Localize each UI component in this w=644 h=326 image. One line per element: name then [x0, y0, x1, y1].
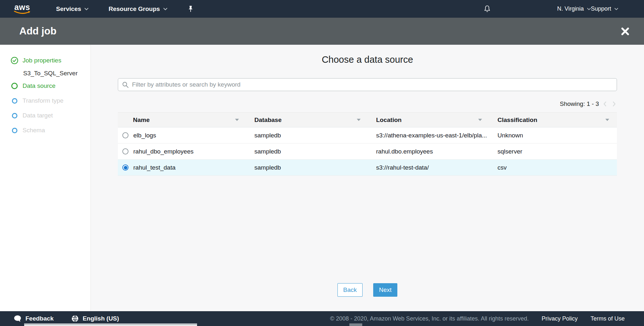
showing-count: Showing: 1 - 3 [560, 100, 599, 107]
upcoming-step-circle-icon [11, 97, 18, 105]
chevron-right-icon [612, 101, 616, 107]
cell-location: rahul.dbo.employees [368, 148, 490, 155]
pagination-next-button[interactable] [611, 101, 617, 107]
close-icon [621, 27, 630, 36]
sort-caret-icon [605, 119, 609, 121]
cell-classification: Unknown [490, 132, 617, 139]
table-header-row: Name Database Location Classification [118, 113, 617, 127]
region-label: N. Virginia [557, 5, 584, 12]
step-job-name: S3_To_SQL_Server [0, 68, 90, 79]
upcoming-step-circle-icon [11, 126, 18, 134]
row-radio-button[interactable] [122, 132, 128, 138]
step-job-properties[interactable]: Job properties [0, 53, 90, 68]
cell-location: s3://rahul-test-data/ [368, 164, 490, 171]
pin-shortcut-button[interactable] [187, 5, 194, 13]
region-selector[interactable]: N. Virginia [557, 5, 591, 12]
check-circle-icon [11, 57, 18, 64]
bell-icon [483, 5, 491, 13]
chevron-down-icon [614, 8, 618, 10]
row-radio-button[interactable] [122, 148, 128, 154]
next-button[interactable]: Next [373, 283, 397, 297]
cell-database: sampledb [247, 132, 368, 139]
footer-left-group: Feedback English (US) [14, 315, 119, 322]
copyright-text: © 2008 - 2020, Amazon Web Services, Inc.… [330, 315, 529, 322]
horizontal-scrollbar-thumb[interactable] [24, 323, 197, 326]
notifications-button[interactable] [483, 5, 491, 13]
table-row-rahul-test-data[interactable]: rahul_test_data sampledb s3://rahul-test… [118, 160, 617, 176]
navbar-right-group: N. Virginia Support [483, 5, 644, 13]
main-content: Choose a data source Showing: 1 - 3 [91, 45, 644, 311]
column-header-database[interactable]: Database [247, 116, 368, 124]
wizard-buttons: Back Next [91, 283, 644, 297]
chevron-down-icon [84, 8, 89, 10]
terms-of-use-link[interactable]: Terms of Use [591, 315, 625, 322]
horizontal-scrollbar-fragment[interactable] [349, 323, 362, 326]
column-label: Name [133, 116, 150, 124]
pagination-row: Showing: 1 - 3 [118, 100, 617, 108]
cell-name: rahul_test_data [133, 164, 175, 171]
cell-database: sampledb [247, 148, 368, 155]
table-row-elb-logs[interactable]: elb_logs sampledb s3://athena-examples-u… [118, 127, 617, 144]
nav-resource-groups-menu[interactable]: Resource Groups [109, 5, 167, 13]
step-transform-type[interactable]: Transform type [0, 93, 90, 108]
cell-name: elb_logs [133, 132, 156, 139]
support-menu[interactable]: Support [591, 5, 618, 12]
cell-database: sampledb [247, 164, 368, 171]
step-label: Transform type [23, 97, 63, 104]
pagination-prev-button[interactable] [602, 101, 608, 107]
cell-name: rahul_dbo_employees [133, 148, 194, 155]
aws-smile-icon [14, 11, 31, 14]
chevron-down-icon [587, 8, 591, 10]
nav-services-label: Services [56, 5, 81, 13]
sort-caret-icon [478, 119, 482, 121]
step-schema[interactable]: Schema [0, 123, 90, 138]
globe-icon [71, 315, 79, 322]
speech-bubble-icon [14, 315, 22, 322]
aws-glue-add-job-page: aws Services Resource Groups [0, 0, 644, 326]
filter-search-input[interactable] [132, 81, 613, 88]
step-data-target[interactable]: Data target [0, 108, 90, 123]
step-label: Data source [23, 82, 55, 89]
modal-header: Add job [0, 18, 644, 45]
column-label: Classification [497, 116, 537, 124]
sort-caret-icon [357, 119, 361, 121]
row-radio-button-selected[interactable] [122, 164, 128, 171]
footer: Feedback English (US) © 2008 - 2020, Ama… [0, 311, 644, 326]
chevron-down-icon [163, 8, 167, 10]
column-label: Location [376, 116, 402, 124]
language-label: English (US) [83, 315, 119, 322]
feedback-button[interactable]: Feedback [14, 315, 54, 322]
search-icon [122, 81, 129, 88]
nav-services-menu[interactable]: Services [56, 5, 89, 13]
privacy-policy-link[interactable]: Privacy Policy [542, 315, 578, 322]
language-selector[interactable]: English (US) [71, 315, 119, 322]
data-source-table: Name Database Location Classification [118, 112, 617, 176]
footer-right-group: © 2008 - 2020, Amazon Web Services, Inc.… [330, 315, 625, 322]
current-step-circle-icon [11, 82, 18, 90]
back-button[interactable]: Back [337, 283, 363, 297]
column-header-name[interactable]: Name [118, 116, 247, 124]
sort-caret-icon [235, 119, 239, 121]
feedback-label: Feedback [25, 315, 54, 322]
content-heading: Choose a data source [118, 52, 617, 67]
table-row-rahul-dbo-employees[interactable]: rahul_dbo_employees sampledb rahul.dbo.e… [118, 144, 617, 160]
close-button[interactable] [621, 27, 630, 36]
pushpin-icon [187, 5, 194, 13]
top-navbar: aws Services Resource Groups [0, 0, 644, 18]
column-header-classification[interactable]: Classification [490, 116, 617, 124]
cell-location: s3://athena-examples-us-east-1/elb/pla..… [368, 132, 490, 139]
aws-logo-text: aws [14, 4, 30, 11]
body: Job properties S3_To_SQL_Server Data sou… [0, 45, 644, 311]
step-label: Data target [23, 112, 53, 119]
cell-classification: sqlserver [490, 148, 617, 155]
page-title: Add job [19, 25, 56, 37]
upcoming-step-circle-icon [11, 112, 18, 119]
column-header-location[interactable]: Location [368, 116, 490, 124]
step-data-source[interactable]: Data source [0, 79, 90, 93]
aws-logo[interactable]: aws [12, 4, 33, 14]
chevron-left-icon [603, 101, 607, 107]
filter-search-box [118, 78, 617, 91]
wizard-steps-sidebar: Job properties S3_To_SQL_Server Data sou… [0, 45, 91, 311]
support-label: Support [591, 5, 611, 12]
step-label: Job properties [23, 57, 61, 64]
